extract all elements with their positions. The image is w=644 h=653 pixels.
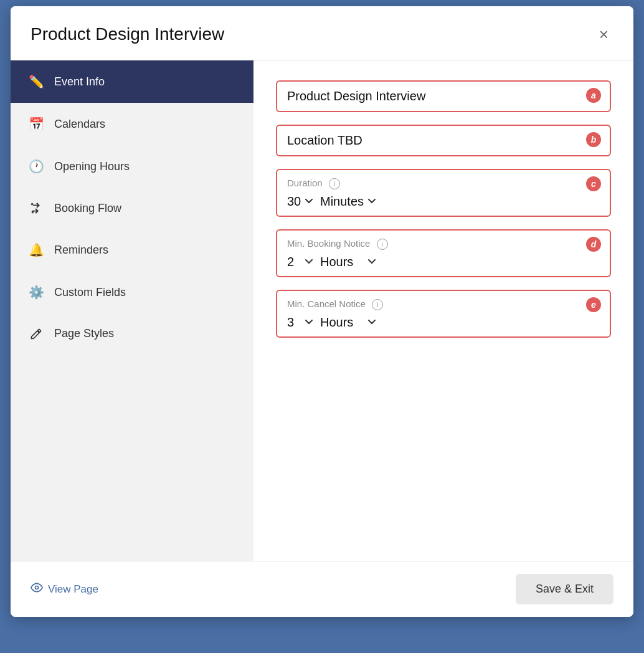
svg-point-0 <box>36 586 39 589</box>
sidebar-item-label: Custom Fields <box>54 286 126 299</box>
modal-header: Product Design Interview × <box>11 6 633 60</box>
sidebar-item-label: Opening Hours <box>54 160 130 173</box>
sidebar-item-calendars[interactable]: 📅 Calendars <box>11 103 253 145</box>
calendar-icon: 📅 <box>28 117 44 131</box>
modal-title: Product Design Interview <box>31 24 224 44</box>
booking-notice-row: 1 2 3 4 6 12 24 Minutes Hours Days <box>287 255 600 269</box>
booking-notice-field-box: Min. Booking Notice i 1 2 3 4 6 12 24 Mi… <box>276 229 611 277</box>
cancel-notice-row: 1 2 3 4 6 12 24 Minutes Hours Days <box>287 315 600 329</box>
booking-notice-info-icon[interactable]: i <box>377 239 388 250</box>
badge-a: a <box>586 88 601 103</box>
booking-notice-label: Min. Booking Notice i <box>287 238 600 250</box>
save-exit-button[interactable]: Save & Exit <box>516 574 613 604</box>
eye-icon <box>31 581 43 597</box>
sidebar-item-event-info[interactable]: ✏️ Event Info <box>11 60 253 103</box>
badge-d: d <box>586 237 601 252</box>
duration-info-icon[interactable]: i <box>329 178 340 189</box>
sidebar-item-label: Event Info <box>54 75 105 88</box>
gear-icon: ⚙️ <box>28 285 44 300</box>
sidebar: ✏️ Event Info 📅 Calendars 🕐 Opening Hour… <box>11 60 253 561</box>
cancel-notice-unit-select[interactable]: Minutes Hours Days <box>320 315 377 329</box>
sidebar-item-custom-fields[interactable]: ⚙️ Custom Fields <box>11 271 253 313</box>
flow-icon <box>28 201 44 215</box>
pencil-icon: ✏️ <box>28 74 44 89</box>
sidebar-item-page-styles[interactable]: Page Styles <box>11 313 253 354</box>
location-input[interactable] <box>287 133 600 148</box>
event-name-field-box: a <box>276 80 611 112</box>
sidebar-item-label: Page Styles <box>54 327 114 340</box>
modal-footer: View Page Save & Exit <box>11 561 633 617</box>
view-page-label: View Page <box>48 583 98 596</box>
location-field-box: b <box>276 125 611 156</box>
event-name-input[interactable] <box>287 89 600 103</box>
duration-label: Duration i <box>287 178 600 189</box>
sidebar-item-label: Calendars <box>54 118 105 131</box>
badge-b: b <box>586 132 601 147</box>
sidebar-item-booking-flow[interactable]: Booking Flow <box>11 188 253 229</box>
duration-value-select[interactable]: 15 20 30 45 60 90 <box>287 194 314 208</box>
view-page-link[interactable]: View Page <box>31 581 98 597</box>
booking-notice-value-select[interactable]: 1 2 3 4 6 12 24 <box>287 255 314 269</box>
bell-icon: 🔔 <box>28 242 44 257</box>
close-button[interactable]: × <box>594 24 613 45</box>
duration-field-box: Duration i 15 20 30 45 60 90 Minutes Hou… <box>276 169 611 217</box>
cancel-notice-info-icon[interactable]: i <box>372 299 383 310</box>
booking-notice-unit-select[interactable]: Minutes Hours Days <box>320 255 377 269</box>
duration-row: 15 20 30 45 60 90 Minutes Hours <box>287 194 600 208</box>
brush-icon <box>28 328 44 340</box>
clock-icon: 🕐 <box>28 159 44 174</box>
cancel-notice-value-select[interactable]: 1 2 3 4 6 12 24 <box>287 315 314 329</box>
content-area: a b Duration i 15 20 30 45 <box>253 60 633 561</box>
badge-c: c <box>586 176 601 191</box>
cancel-notice-field-box: Min. Cancel Notice i 1 2 3 4 6 12 24 Min… <box>276 290 611 338</box>
duration-unit-select[interactable]: Minutes Hours <box>320 194 377 208</box>
badge-e: e <box>586 297 601 312</box>
modal-body: ✏️ Event Info 📅 Calendars 🕐 Opening Hour… <box>11 60 633 561</box>
modal: Product Design Interview × ✏️ Event Info… <box>11 6 633 617</box>
sidebar-item-opening-hours[interactable]: 🕐 Opening Hours <box>11 145 253 188</box>
sidebar-item-label: Reminders <box>54 244 108 257</box>
sidebar-item-label: Booking Flow <box>54 202 121 215</box>
cancel-notice-label: Min. Cancel Notice i <box>287 298 600 310</box>
sidebar-item-reminders[interactable]: 🔔 Reminders <box>11 229 253 271</box>
